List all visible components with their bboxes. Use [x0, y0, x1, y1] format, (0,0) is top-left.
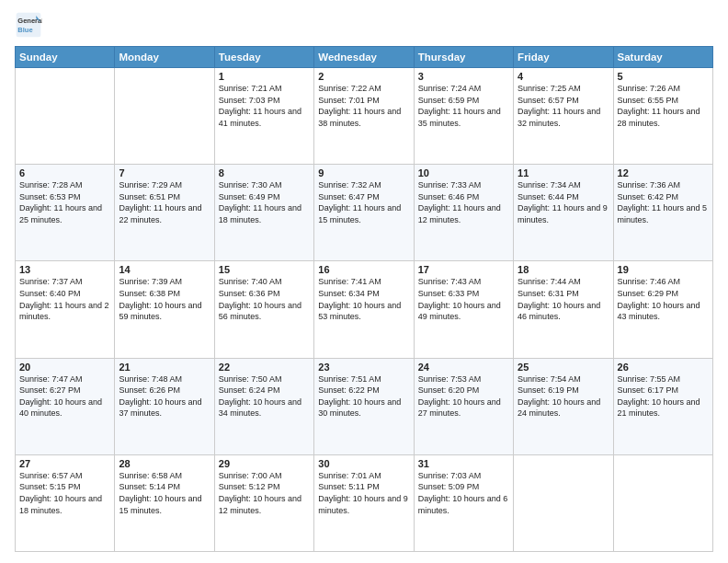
- day-info: Sunrise: 7:43 AM Sunset: 6:33 PM Dayligh…: [418, 276, 509, 322]
- day-number: 22: [219, 362, 310, 373]
- logo-icon: General Blue: [15, 11, 42, 39]
- calendar-cell: 20Sunrise: 7:47 AM Sunset: 6:27 PM Dayli…: [16, 358, 115, 454]
- day-info: Sunrise: 7:32 AM Sunset: 6:47 PM Dayligh…: [318, 179, 409, 225]
- day-info: Sunrise: 7:25 AM Sunset: 6:57 PM Dayligh…: [518, 83, 609, 129]
- col-header-saturday: Saturday: [613, 47, 712, 68]
- calendar-row-3: 20Sunrise: 7:47 AM Sunset: 6:27 PM Dayli…: [16, 358, 713, 454]
- day-info: Sunrise: 7:51 AM Sunset: 6:22 PM Dayligh…: [318, 373, 409, 419]
- calendar-cell: 23Sunrise: 7:51 AM Sunset: 6:22 PM Dayli…: [314, 358, 414, 454]
- calendar-cell: 9Sunrise: 7:32 AM Sunset: 6:47 PM Daylig…: [314, 165, 414, 261]
- day-number: 16: [318, 264, 409, 275]
- day-info: Sunrise: 7:54 AM Sunset: 6:19 PM Dayligh…: [518, 373, 609, 419]
- col-header-friday: Friday: [514, 47, 613, 68]
- calendar-cell: 5Sunrise: 7:26 AM Sunset: 6:55 PM Daylig…: [613, 68, 712, 165]
- col-header-thursday: Thursday: [414, 47, 513, 68]
- day-number: 26: [618, 362, 709, 373]
- calendar-cell: 12Sunrise: 7:36 AM Sunset: 6:42 PM Dayli…: [613, 165, 712, 261]
- day-number: 6: [19, 167, 110, 178]
- calendar-cell: 18Sunrise: 7:44 AM Sunset: 6:31 PM Dayli…: [514, 261, 613, 358]
- calendar-cell: [514, 454, 613, 551]
- day-info: Sunrise: 7:50 AM Sunset: 6:24 PM Dayligh…: [219, 373, 310, 419]
- day-info: Sunrise: 7:29 AM Sunset: 6:51 PM Dayligh…: [119, 179, 210, 225]
- calendar-cell: 6Sunrise: 7:28 AM Sunset: 6:53 PM Daylig…: [16, 165, 115, 261]
- day-number: 12: [618, 167, 709, 178]
- calendar-cell: 19Sunrise: 7:46 AM Sunset: 6:29 PM Dayli…: [613, 261, 712, 358]
- page: General Blue SundayMondayTuesdayWednesda…: [0, 0, 728, 563]
- day-number: 5: [618, 71, 709, 82]
- day-number: 9: [318, 167, 409, 178]
- day-number: 18: [518, 264, 609, 275]
- calendar-cell: 1Sunrise: 7:21 AM Sunset: 7:03 PM Daylig…: [214, 68, 313, 165]
- day-number: 20: [19, 362, 110, 373]
- day-number: 31: [418, 458, 509, 469]
- calendar-cell: 8Sunrise: 7:30 AM Sunset: 6:49 PM Daylig…: [214, 165, 313, 261]
- day-info: Sunrise: 7:53 AM Sunset: 6:20 PM Dayligh…: [418, 373, 509, 419]
- day-info: Sunrise: 7:44 AM Sunset: 6:31 PM Dayligh…: [518, 276, 609, 322]
- calendar-cell: 30Sunrise: 7:01 AM Sunset: 5:11 PM Dayli…: [314, 454, 414, 551]
- day-info: Sunrise: 7:48 AM Sunset: 6:26 PM Dayligh…: [119, 373, 210, 419]
- calendar-cell: 26Sunrise: 7:55 AM Sunset: 6:17 PM Dayli…: [613, 358, 712, 454]
- day-info: Sunrise: 7:55 AM Sunset: 6:17 PM Dayligh…: [618, 373, 709, 419]
- day-number: 4: [518, 71, 609, 82]
- day-info: Sunrise: 7:36 AM Sunset: 6:42 PM Dayligh…: [618, 179, 709, 225]
- day-number: 28: [119, 458, 210, 469]
- day-info: Sunrise: 7:41 AM Sunset: 6:34 PM Dayligh…: [318, 276, 409, 322]
- day-number: 14: [119, 264, 210, 275]
- calendar-cell: 11Sunrise: 7:34 AM Sunset: 6:44 PM Dayli…: [514, 165, 613, 261]
- calendar-cell: [16, 68, 115, 165]
- calendar-cell: 7Sunrise: 7:29 AM Sunset: 6:51 PM Daylig…: [115, 165, 214, 261]
- calendar-cell: 15Sunrise: 7:40 AM Sunset: 6:36 PM Dayli…: [214, 261, 313, 358]
- day-number: 7: [119, 167, 210, 178]
- day-number: 3: [418, 71, 509, 82]
- day-info: Sunrise: 7:46 AM Sunset: 6:29 PM Dayligh…: [618, 276, 709, 322]
- calendar-cell: [115, 68, 214, 165]
- day-info: Sunrise: 7:30 AM Sunset: 6:49 PM Dayligh…: [219, 179, 310, 225]
- day-number: 1: [219, 71, 310, 82]
- day-number: 25: [518, 362, 609, 373]
- calendar-cell: 24Sunrise: 7:53 AM Sunset: 6:20 PM Dayli…: [414, 358, 513, 454]
- svg-text:Blue: Blue: [17, 26, 32, 34]
- day-number: 8: [219, 167, 310, 178]
- calendar-row-4: 27Sunrise: 6:57 AM Sunset: 5:15 PM Dayli…: [16, 454, 713, 551]
- calendar-cell: 4Sunrise: 7:25 AM Sunset: 6:57 PM Daylig…: [514, 68, 613, 165]
- day-number: 11: [518, 167, 609, 178]
- calendar-cell: 14Sunrise: 7:39 AM Sunset: 6:38 PM Dayli…: [115, 261, 214, 358]
- day-info: Sunrise: 7:24 AM Sunset: 6:59 PM Dayligh…: [418, 83, 509, 129]
- calendar-cell: 10Sunrise: 7:33 AM Sunset: 6:46 PM Dayli…: [414, 165, 513, 261]
- calendar-cell: 27Sunrise: 6:57 AM Sunset: 5:15 PM Dayli…: [16, 454, 115, 551]
- calendar-cell: 2Sunrise: 7:22 AM Sunset: 7:01 PM Daylig…: [314, 68, 414, 165]
- day-info: Sunrise: 7:26 AM Sunset: 6:55 PM Dayligh…: [618, 83, 709, 129]
- col-header-tuesday: Tuesday: [214, 47, 313, 68]
- day-info: Sunrise: 7:33 AM Sunset: 6:46 PM Dayligh…: [418, 179, 509, 225]
- calendar-cell: 16Sunrise: 7:41 AM Sunset: 6:34 PM Dayli…: [314, 261, 414, 358]
- day-info: Sunrise: 7:40 AM Sunset: 6:36 PM Dayligh…: [219, 276, 310, 322]
- calendar-row-1: 6Sunrise: 7:28 AM Sunset: 6:53 PM Daylig…: [16, 165, 713, 261]
- day-info: Sunrise: 7:39 AM Sunset: 6:38 PM Dayligh…: [119, 276, 210, 322]
- day-info: Sunrise: 6:58 AM Sunset: 5:14 PM Dayligh…: [119, 470, 210, 516]
- day-number: 10: [418, 167, 509, 178]
- calendar-row-0: 1Sunrise: 7:21 AM Sunset: 7:03 PM Daylig…: [16, 68, 713, 165]
- day-info: Sunrise: 7:37 AM Sunset: 6:40 PM Dayligh…: [19, 276, 110, 322]
- col-header-sunday: Sunday: [16, 47, 115, 68]
- calendar-cell: 21Sunrise: 7:48 AM Sunset: 6:26 PM Dayli…: [115, 358, 214, 454]
- day-number: 17: [418, 264, 509, 275]
- day-info: Sunrise: 7:01 AM Sunset: 5:11 PM Dayligh…: [318, 470, 409, 516]
- calendar-cell: 25Sunrise: 7:54 AM Sunset: 6:19 PM Dayli…: [514, 358, 613, 454]
- day-number: 21: [119, 362, 210, 373]
- calendar-cell: 31Sunrise: 7:03 AM Sunset: 5:09 PM Dayli…: [414, 454, 513, 551]
- day-info: Sunrise: 7:28 AM Sunset: 6:53 PM Dayligh…: [19, 179, 110, 225]
- header: General Blue: [15, 11, 713, 39]
- logo: General Blue: [15, 11, 46, 39]
- calendar-cell: 13Sunrise: 7:37 AM Sunset: 6:40 PM Dayli…: [16, 261, 115, 358]
- calendar-cell: [613, 454, 712, 551]
- day-number: 27: [19, 458, 110, 469]
- calendar-table: SundayMondayTuesdayWednesdayThursdayFrid…: [15, 46, 713, 552]
- day-info: Sunrise: 6:57 AM Sunset: 5:15 PM Dayligh…: [19, 470, 110, 516]
- col-header-wednesday: Wednesday: [314, 47, 414, 68]
- calendar-cell: 22Sunrise: 7:50 AM Sunset: 6:24 PM Dayli…: [214, 358, 313, 454]
- day-number: 30: [318, 458, 409, 469]
- day-number: 15: [219, 264, 310, 275]
- calendar-cell: 29Sunrise: 7:00 AM Sunset: 5:12 PM Dayli…: [214, 454, 313, 551]
- day-number: 24: [418, 362, 509, 373]
- calendar-cell: 3Sunrise: 7:24 AM Sunset: 6:59 PM Daylig…: [414, 68, 513, 165]
